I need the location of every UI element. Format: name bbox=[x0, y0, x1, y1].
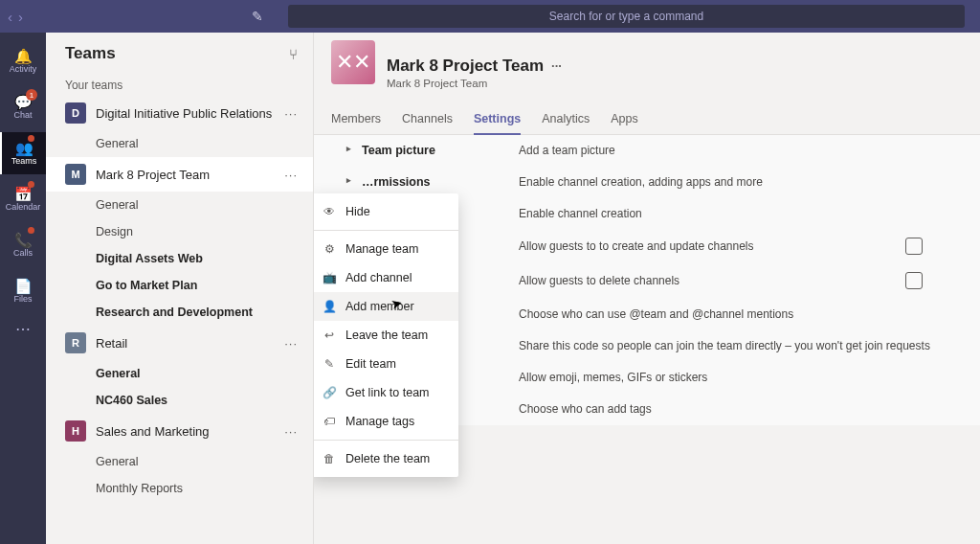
menu-item-icon: 📺 bbox=[323, 271, 336, 284]
calendar-icon: 📅 bbox=[14, 187, 33, 201]
channel-item[interactable]: Design bbox=[46, 218, 313, 245]
channel-item[interactable]: General bbox=[46, 448, 313, 475]
menu-item-leave-the-team[interactable]: ↩Leave the team bbox=[314, 321, 458, 350]
team-name-label: Mark 8 Project Team bbox=[96, 168, 275, 182]
filter-icon[interactable]: ⑂ bbox=[289, 46, 298, 62]
channel-item[interactable]: Go to Market Plan bbox=[46, 272, 313, 299]
team-more-button[interactable]: ··· bbox=[284, 424, 305, 439]
checkbox[interactable] bbox=[905, 238, 923, 255]
menu-item-icon: 👤 bbox=[323, 300, 336, 313]
team-avatar-small: D bbox=[65, 102, 86, 124]
team-row[interactable]: M Mark 8 Project Team ··· bbox=[46, 157, 313, 192]
rail-item-calendar[interactable]: 📅Calendar bbox=[0, 178, 46, 220]
menu-item-icon: ⚙ bbox=[323, 242, 336, 256]
setting-desc: Choose who can add tags bbox=[519, 402, 961, 416]
setting-desc: Enable channel creation, adding apps and… bbox=[519, 175, 961, 189]
menu-item-add-member[interactable]: 👤Add member bbox=[314, 292, 458, 321]
rail-item-teams[interactable]: 👥Teams bbox=[0, 132, 46, 174]
team-row[interactable]: H Sales and Marketing ··· bbox=[46, 414, 313, 448]
rail-item-activity[interactable]: 🔔Activity bbox=[0, 40, 46, 82]
setting-label: Team picture bbox=[362, 144, 435, 157]
section-label: Your teams bbox=[46, 75, 313, 96]
menu-item-add-channel[interactable]: 📺Add channel bbox=[314, 263, 458, 292]
tab-analytics[interactable]: Analytics bbox=[542, 104, 590, 135]
setting-option-label: Allow guests to to create and update cha… bbox=[519, 239, 754, 253]
channel-item[interactable]: NC460 Sales bbox=[46, 387, 313, 414]
menu-item-delete-the-team[interactable]: 🗑Delete the team bbox=[314, 444, 458, 473]
channel-item[interactable]: Monthly Reports bbox=[46, 475, 313, 502]
rail-item-files[interactable]: 📄Files bbox=[0, 270, 46, 312]
calls-icon: 📞 bbox=[14, 233, 33, 247]
team-name-label: Sales and Marketing bbox=[96, 424, 275, 439]
team-context-menu: 👁Hide⚙Manage team📺Add channel👤Add member… bbox=[314, 193, 458, 477]
team-title: Mark 8 Project Team ··· bbox=[387, 57, 562, 76]
menu-item-label: Delete the team bbox=[345, 452, 430, 465]
menu-item-icon: 👁 bbox=[323, 205, 336, 218]
menu-item-icon: 🏷 bbox=[323, 415, 336, 428]
setting-desc: Allow emoji, memes, GIFs or stickers bbox=[519, 371, 961, 384]
setting-desc: Add a team picture bbox=[519, 144, 961, 157]
rail-item-chat[interactable]: 💬Chat1 bbox=[0, 86, 46, 128]
checkbox[interactable] bbox=[905, 272, 923, 289]
team-more-button[interactable]: ··· bbox=[284, 168, 305, 182]
badge: 1 bbox=[26, 89, 37, 101]
channel-item[interactable]: General bbox=[46, 130, 313, 157]
chevron-right-icon: ▸ bbox=[346, 175, 354, 189]
activity-icon: 🔔 bbox=[14, 49, 33, 63]
team-more-button[interactable]: ··· bbox=[284, 106, 305, 121]
rail-more-icon[interactable]: ⋯ bbox=[15, 320, 31, 338]
tab-apps[interactable]: Apps bbox=[611, 104, 638, 135]
compose-icon[interactable]: ✎ bbox=[252, 9, 263, 24]
search-input[interactable]: Search for or type a command bbox=[288, 5, 965, 28]
menu-item-get-link-to-team[interactable]: 🔗Get link to team bbox=[314, 378, 458, 407]
app-rail: 🔔Activity💬Chat1👥Teams📅Calendar📞Calls📄Fil… bbox=[0, 33, 46, 544]
team-more-button[interactable]: ··· bbox=[284, 336, 305, 351]
menu-item-edit-team[interactable]: ✎Edit team bbox=[314, 350, 458, 378]
title-bar: ‹ › ✎ Search for or type a command bbox=[0, 0, 980, 33]
setting-option-label: Allow guests to delete channels bbox=[519, 274, 679, 287]
setting-desc: Enable channel creation bbox=[519, 207, 961, 220]
teams-panel: Teams ⑂ Your teams D Digital Initiative … bbox=[46, 33, 314, 544]
tab-bar: MembersChannelsSettingsAnalyticsApps bbox=[314, 104, 980, 135]
menu-item-manage-team[interactable]: ⚙Manage team bbox=[314, 235, 458, 263]
files-icon: 📄 bbox=[14, 279, 33, 293]
nav-back-icon[interactable]: ‹ bbox=[8, 9, 12, 25]
menu-item-label: Add channel bbox=[345, 271, 412, 284]
menu-item-label: Manage tags bbox=[345, 415, 414, 428]
tab-channels[interactable]: Channels bbox=[402, 104, 453, 135]
channel-item[interactable]: Research and Development bbox=[46, 299, 313, 326]
team-name-label: Retail bbox=[96, 336, 275, 351]
menu-item-label: Hide bbox=[345, 205, 370, 218]
badge-dot bbox=[28, 135, 34, 142]
team-row[interactable]: D Digital Initiative Public Relations ··… bbox=[46, 96, 313, 130]
setting-desc: Choose who can use @team and @channel me… bbox=[519, 307, 961, 321]
menu-item-icon: ↩ bbox=[323, 329, 336, 342]
team-row[interactable]: R Retail ··· bbox=[46, 326, 313, 360]
badge-dot bbox=[28, 181, 34, 188]
teams-icon: 👥 bbox=[15, 141, 33, 155]
menu-item-manage-tags[interactable]: 🏷Manage tags bbox=[314, 407, 458, 436]
channel-item[interactable]: Digital Assets Web bbox=[46, 245, 313, 272]
rail-item-calls[interactable]: 📞Calls bbox=[0, 224, 46, 266]
menu-item-icon: 🔗 bbox=[323, 386, 336, 399]
tab-members[interactable]: Members bbox=[331, 104, 381, 135]
tab-settings[interactable]: Settings bbox=[474, 104, 521, 135]
channel-item[interactable]: General bbox=[46, 360, 313, 387]
menu-item-label: Edit team bbox=[345, 357, 396, 371]
team-avatar-small: M bbox=[65, 164, 86, 185]
team-avatar-small: R bbox=[65, 332, 86, 353]
chevron-right-icon: ▸ bbox=[346, 144, 354, 157]
menu-item-hide[interactable]: 👁Hide bbox=[314, 197, 458, 226]
menu-separator bbox=[314, 230, 458, 231]
nav-forward-icon[interactable]: › bbox=[18, 9, 23, 25]
menu-separator bbox=[314, 440, 458, 441]
team-avatar-small: H bbox=[65, 420, 86, 442]
channel-item[interactable]: General bbox=[46, 192, 313, 218]
settings-row[interactable]: ▸Team pictureAdd a team picture bbox=[314, 135, 980, 167]
team-avatar[interactable]: ✕✕ bbox=[331, 40, 375, 84]
team-more-icon[interactable]: ··· bbox=[551, 58, 562, 73]
setting-desc: Share this code so people can join the t… bbox=[519, 339, 961, 352]
menu-item-label: Manage team bbox=[345, 242, 418, 256]
menu-item-label: Get link to team bbox=[345, 386, 430, 399]
menu-item-icon: ✎ bbox=[323, 357, 336, 371]
